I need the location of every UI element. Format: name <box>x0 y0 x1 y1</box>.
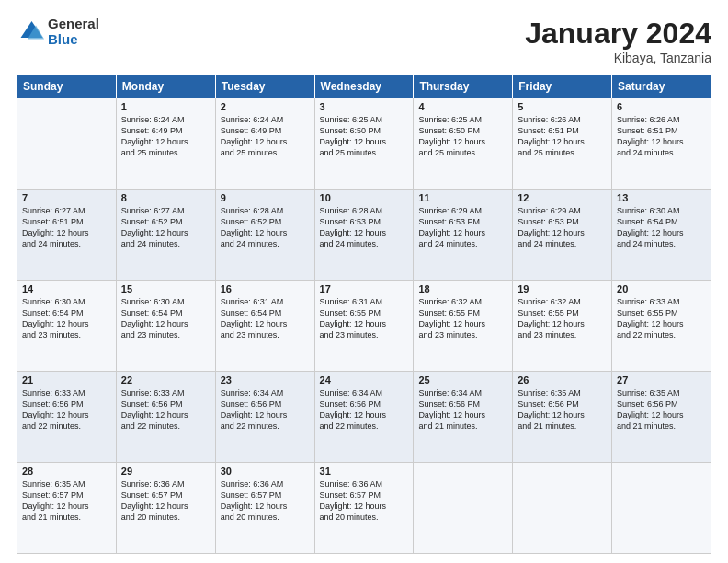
day-info: Sunrise: 6:25 AM Sunset: 6:50 PM Dayligh… <box>418 114 507 159</box>
day-number: 11 <box>418 192 507 203</box>
calendar-cell: 30Sunrise: 6:36 AM Sunset: 6:57 PM Dayli… <box>215 463 314 554</box>
day-number: 31 <box>320 465 409 477</box>
day-number: 30 <box>221 465 310 477</box>
day-number: 14 <box>22 283 111 294</box>
day-number: 15 <box>121 283 210 294</box>
day-info: Sunrise: 6:26 AM Sunset: 6:51 PM Dayligh… <box>617 114 706 159</box>
day-info: Sunrise: 6:36 AM Sunset: 6:57 PM Dayligh… <box>121 478 210 523</box>
calendar-cell: 19Sunrise: 6:32 AM Sunset: 6:55 PM Dayli… <box>513 281 612 372</box>
day-number: 29 <box>121 465 210 477</box>
calendar-cell: 16Sunrise: 6:31 AM Sunset: 6:54 PM Dayli… <box>215 281 314 372</box>
day-info: Sunrise: 6:34 AM Sunset: 6:56 PM Dayligh… <box>221 387 310 432</box>
day-number: 7 <box>22 192 111 203</box>
day-info: Sunrise: 6:35 AM Sunset: 6:56 PM Dayligh… <box>617 387 706 432</box>
day-info: Sunrise: 6:29 AM Sunset: 6:53 PM Dayligh… <box>518 205 607 250</box>
calendar-cell: 23Sunrise: 6:34 AM Sunset: 6:56 PM Dayli… <box>215 372 314 463</box>
calendar-cell: 17Sunrise: 6:31 AM Sunset: 6:55 PM Dayli… <box>314 281 414 372</box>
day-number: 2 <box>221 101 310 112</box>
day-number: 10 <box>320 192 409 203</box>
day-info: Sunrise: 6:27 AM Sunset: 6:52 PM Dayligh… <box>121 205 210 250</box>
day-number: 13 <box>617 192 706 203</box>
calendar-table: SundayMondayTuesdayWednesdayThursdayFrid… <box>17 75 711 554</box>
day-number: 23 <box>221 374 310 385</box>
day-info: Sunrise: 6:24 AM Sunset: 6:49 PM Dayligh… <box>121 114 210 159</box>
day-info: Sunrise: 6:31 AM Sunset: 6:54 PM Dayligh… <box>221 296 310 341</box>
calendar-cell: 18Sunrise: 6:32 AM Sunset: 6:55 PM Dayli… <box>414 281 513 372</box>
title-block: January 2024 Kibaya, Tanzania <box>525 17 711 65</box>
col-header-thursday: Thursday <box>414 75 513 98</box>
calendar-cell: 9Sunrise: 6:28 AM Sunset: 6:52 PM Daylig… <box>215 190 314 281</box>
calendar-cell: 13Sunrise: 6:30 AM Sunset: 6:54 PM Dayli… <box>612 190 711 281</box>
day-info: Sunrise: 6:26 AM Sunset: 6:51 PM Dayligh… <box>518 114 607 159</box>
day-number: 21 <box>22 374 111 385</box>
week-row-2: 7Sunrise: 6:27 AM Sunset: 6:51 PM Daylig… <box>17 190 711 281</box>
calendar-cell: 24Sunrise: 6:34 AM Sunset: 6:56 PM Dayli… <box>314 372 414 463</box>
calendar-cell: 2Sunrise: 6:24 AM Sunset: 6:49 PM Daylig… <box>215 98 314 190</box>
week-row-3: 14Sunrise: 6:30 AM Sunset: 6:54 PM Dayli… <box>17 281 711 372</box>
day-number: 12 <box>518 192 607 203</box>
calendar-cell: 28Sunrise: 6:35 AM Sunset: 6:57 PM Dayli… <box>17 463 117 554</box>
day-info: Sunrise: 6:33 AM Sunset: 6:56 PM Dayligh… <box>22 387 111 432</box>
calendar-cell: 12Sunrise: 6:29 AM Sunset: 6:53 PM Dayli… <box>513 190 612 281</box>
day-number: 18 <box>418 283 507 294</box>
day-number: 27 <box>617 374 706 385</box>
day-info: Sunrise: 6:34 AM Sunset: 6:56 PM Dayligh… <box>320 387 409 432</box>
day-number: 28 <box>22 465 111 477</box>
day-info: Sunrise: 6:32 AM Sunset: 6:55 PM Dayligh… <box>418 296 507 341</box>
day-number: 6 <box>617 101 706 112</box>
calendar-cell: 10Sunrise: 6:28 AM Sunset: 6:53 PM Dayli… <box>314 190 414 281</box>
logo-general-label: General <box>48 17 99 32</box>
day-info: Sunrise: 6:33 AM Sunset: 6:55 PM Dayligh… <box>617 296 706 341</box>
week-row-4: 21Sunrise: 6:33 AM Sunset: 6:56 PM Dayli… <box>17 372 711 463</box>
calendar-cell: 26Sunrise: 6:35 AM Sunset: 6:56 PM Dayli… <box>513 372 612 463</box>
day-info: Sunrise: 6:29 AM Sunset: 6:53 PM Dayligh… <box>418 205 507 250</box>
calendar-cell: 25Sunrise: 6:34 AM Sunset: 6:56 PM Dayli… <box>414 372 513 463</box>
logo-icon <box>17 18 44 46</box>
col-header-monday: Monday <box>116 75 215 98</box>
day-number: 19 <box>518 283 607 294</box>
calendar-cell <box>612 463 711 554</box>
title-month: January 2024 <box>525 17 711 51</box>
calendar-cell: 29Sunrise: 6:36 AM Sunset: 6:57 PM Dayli… <box>116 463 215 554</box>
day-number: 1 <box>121 101 210 112</box>
logo-text: General Blue <box>48 17 99 47</box>
day-number: 20 <box>617 283 706 294</box>
calendar-cell: 21Sunrise: 6:33 AM Sunset: 6:56 PM Dayli… <box>17 372 117 463</box>
calendar-cell: 3Sunrise: 6:25 AM Sunset: 6:50 PM Daylig… <box>314 98 414 190</box>
day-info: Sunrise: 6:32 AM Sunset: 6:55 PM Dayligh… <box>518 296 607 341</box>
day-number: 5 <box>518 101 607 112</box>
title-location: Kibaya, Tanzania <box>525 51 711 65</box>
day-info: Sunrise: 6:36 AM Sunset: 6:57 PM Dayligh… <box>221 478 310 523</box>
calendar-cell: 22Sunrise: 6:33 AM Sunset: 6:56 PM Dayli… <box>116 372 215 463</box>
day-info: Sunrise: 6:36 AM Sunset: 6:57 PM Dayligh… <box>320 478 409 523</box>
calendar-cell: 11Sunrise: 6:29 AM Sunset: 6:53 PM Dayli… <box>414 190 513 281</box>
day-info: Sunrise: 6:30 AM Sunset: 6:54 PM Dayligh… <box>121 296 210 341</box>
calendar-cell <box>17 98 117 190</box>
header: General Blue January 2024 Kibaya, Tanzan… <box>17 17 711 65</box>
day-info: Sunrise: 6:24 AM Sunset: 6:49 PM Dayligh… <box>221 114 310 159</box>
day-info: Sunrise: 6:31 AM Sunset: 6:55 PM Dayligh… <box>320 296 409 341</box>
day-info: Sunrise: 6:28 AM Sunset: 6:53 PM Dayligh… <box>320 205 409 250</box>
calendar-cell: 20Sunrise: 6:33 AM Sunset: 6:55 PM Dayli… <box>612 281 711 372</box>
calendar-cell: 4Sunrise: 6:25 AM Sunset: 6:50 PM Daylig… <box>414 98 513 190</box>
col-header-tuesday: Tuesday <box>215 75 314 98</box>
col-header-saturday: Saturday <box>612 75 711 98</box>
col-header-sunday: Sunday <box>17 75 117 98</box>
day-info: Sunrise: 6:35 AM Sunset: 6:57 PM Dayligh… <box>22 478 111 523</box>
page: General Blue January 2024 Kibaya, Tanzan… <box>0 0 728 563</box>
day-number: 25 <box>418 374 507 385</box>
day-number: 16 <box>221 283 310 294</box>
calendar-cell: 1Sunrise: 6:24 AM Sunset: 6:49 PM Daylig… <box>116 98 215 190</box>
calendar-cell <box>414 463 513 554</box>
calendar-cell: 8Sunrise: 6:27 AM Sunset: 6:52 PM Daylig… <box>116 190 215 281</box>
calendar-cell: 15Sunrise: 6:30 AM Sunset: 6:54 PM Dayli… <box>116 281 215 372</box>
day-info: Sunrise: 6:33 AM Sunset: 6:56 PM Dayligh… <box>121 387 210 432</box>
day-number: 9 <box>221 192 310 203</box>
calendar-cell: 6Sunrise: 6:26 AM Sunset: 6:51 PM Daylig… <box>612 98 711 190</box>
header-row: SundayMondayTuesdayWednesdayThursdayFrid… <box>17 75 711 98</box>
logo: General Blue <box>17 17 99 47</box>
day-info: Sunrise: 6:35 AM Sunset: 6:56 PM Dayligh… <box>518 387 607 432</box>
day-number: 17 <box>320 283 409 294</box>
col-header-friday: Friday <box>513 75 612 98</box>
day-info: Sunrise: 6:27 AM Sunset: 6:51 PM Dayligh… <box>22 205 111 250</box>
